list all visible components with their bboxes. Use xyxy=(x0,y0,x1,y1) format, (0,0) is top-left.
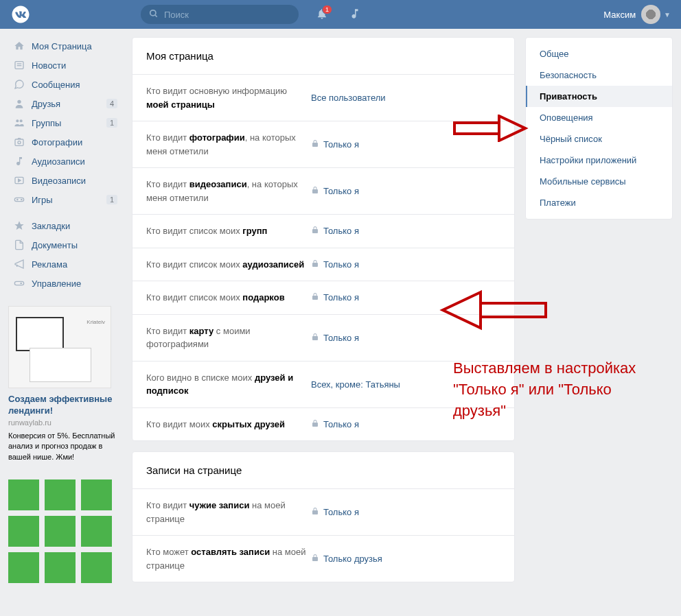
search-box[interactable] xyxy=(141,5,299,24)
friends-icon xyxy=(12,98,26,109)
nav-label: Документы xyxy=(32,240,78,250)
settings-tab[interactable]: Приватность xyxy=(526,86,672,107)
settings-tab[interactable]: Настройки приложений xyxy=(526,150,672,171)
nav-label: Новости xyxy=(32,60,66,71)
setting-row: Кто может оставлять записи на моей стран… xyxy=(132,535,514,582)
svg-point-6 xyxy=(16,119,19,122)
nav-item-audio[interactable]: Аудиозаписи xyxy=(8,152,122,170)
svg-rect-8 xyxy=(15,139,23,145)
nav-item-ad[interactable]: Реклама xyxy=(8,255,122,273)
msg-icon xyxy=(12,79,26,90)
setting-label: Кто может оставлять записи на моей стран… xyxy=(146,545,311,572)
vk-logo-icon[interactable] xyxy=(10,4,31,25)
settings-tab[interactable]: Безопасность xyxy=(526,64,672,86)
nav-item-manage[interactable]: Управление xyxy=(8,274,122,292)
setting-value[interactable]: Только я xyxy=(311,499,359,525)
setting-row: Кто видит список моих группТолько я xyxy=(132,214,514,248)
setting-value[interactable]: Все пользователи xyxy=(311,84,386,111)
home-icon xyxy=(12,40,26,51)
nav-label: Моя Страница xyxy=(32,41,92,51)
nav-item-games[interactable]: Игры1 xyxy=(8,191,122,209)
nav-item-friends[interactable]: Друзья4 xyxy=(8,95,122,112)
nav-count: 1 xyxy=(106,195,117,204)
nav-label: Группы xyxy=(32,118,61,128)
panel-wall-posts: Записи на странице Кто видит чужие запис… xyxy=(132,451,515,582)
sidebar: Моя СтраницаНовостиСообщенияДрузья4Групп… xyxy=(8,37,122,593)
setting-value[interactable]: Всех, кроме: Татьяны xyxy=(311,371,400,398)
settings-tab[interactable]: Оповещения xyxy=(526,107,672,128)
username: Максим xyxy=(603,10,636,20)
search-icon xyxy=(149,9,159,21)
video-icon xyxy=(12,175,26,186)
topbar: 1 Максим ▼ xyxy=(0,0,681,29)
avatar xyxy=(641,5,660,24)
lock-icon xyxy=(311,186,319,196)
settings-tab[interactable]: Платежи xyxy=(526,192,672,213)
ad-icon xyxy=(12,259,26,270)
nav-item-news[interactable]: Новости xyxy=(8,56,122,74)
nav-label: Закладки xyxy=(32,221,70,231)
svg-rect-15 xyxy=(454,123,499,134)
setting-label: Кто видит чужие записи на моей странице xyxy=(146,499,311,525)
nav-item-star[interactable]: Закладки xyxy=(8,217,122,235)
setting-value[interactable]: Только я xyxy=(311,178,359,204)
setting-label: Кто видит фотографии, на которых меня от… xyxy=(146,131,311,158)
panel-title: Записи на странице xyxy=(132,452,514,488)
lock-icon xyxy=(311,333,319,343)
nav-count: 1 xyxy=(106,118,117,128)
nav-label: Друзья xyxy=(32,99,60,109)
notif-badge: 1 xyxy=(322,5,332,14)
setting-value[interactable]: Только я xyxy=(311,224,359,238)
settings-tab[interactable]: Общее xyxy=(526,43,672,64)
settings-tab[interactable]: Мобильные сервисы xyxy=(526,171,672,192)
setting-label: Кто видит список моих подарков xyxy=(146,291,311,305)
nav-item-doc[interactable]: Документы xyxy=(8,236,122,254)
user-menu[interactable]: Максим ▼ xyxy=(603,5,671,24)
svg-point-11 xyxy=(21,199,22,200)
nav-item-groups[interactable]: Группы1 xyxy=(8,114,122,132)
setting-row: Кто видит видеозаписи, на которых меня о… xyxy=(132,167,514,214)
music-icon[interactable] xyxy=(349,8,361,22)
search-input[interactable] xyxy=(164,10,290,20)
lock-icon xyxy=(311,292,319,303)
nav-item-photo[interactable]: Фотографии xyxy=(8,133,122,151)
ad-block[interactable]: Kriateiv Создаем эффективные лендинги! r… xyxy=(8,306,122,462)
nav-item-home[interactable]: Моя Страница xyxy=(8,37,122,55)
nav-item-video[interactable]: Видеозаписи xyxy=(8,171,122,189)
groups-icon xyxy=(12,117,26,128)
nav-count: 4 xyxy=(106,99,117,108)
setting-value[interactable]: Только я xyxy=(311,258,359,272)
ad-domain: runwaylab.ru xyxy=(8,418,122,427)
doc-icon xyxy=(12,239,26,250)
svg-point-7 xyxy=(20,119,23,122)
setting-value[interactable]: Только я xyxy=(311,418,359,431)
setting-label: Кто видит основную информацию моей стран… xyxy=(146,84,311,111)
annotation-arrow-2 xyxy=(439,289,549,331)
setting-row: Кто видит основную информацию моей стран… xyxy=(132,74,514,121)
lock-icon xyxy=(311,507,319,517)
svg-point-5 xyxy=(17,100,21,104)
svg-rect-16 xyxy=(481,303,546,317)
ad-title: Создаем эффективные лендинги! xyxy=(8,394,122,417)
chevron-down-icon: ▼ xyxy=(664,11,671,19)
setting-value[interactable]: Только друзья xyxy=(311,545,382,572)
ad-text: Конверсия от 5%. Бесплатный анализ и про… xyxy=(8,431,122,462)
nav-item-msg[interactable]: Сообщения xyxy=(8,75,122,93)
lock-icon xyxy=(311,419,319,429)
lock-icon xyxy=(311,139,319,150)
news-icon xyxy=(12,60,26,71)
setting-value[interactable]: Только я xyxy=(311,324,359,351)
settings-tab[interactable]: Чёрный список xyxy=(526,128,672,150)
audio-icon xyxy=(12,156,26,167)
annotation-arrow-1 xyxy=(453,115,529,142)
setting-value[interactable]: Только я xyxy=(311,131,359,158)
nav-label: Реклама xyxy=(32,259,67,270)
ad-image: Kriateiv xyxy=(8,306,111,388)
svg-point-0 xyxy=(150,10,156,15)
nav-label: Фотографии xyxy=(32,137,82,147)
setting-value[interactable]: Только я xyxy=(311,291,359,305)
notifications-button[interactable]: 1 xyxy=(316,8,328,22)
manage-icon xyxy=(12,278,26,289)
nav-label: Видеозаписи xyxy=(32,176,86,186)
svg-point-14 xyxy=(21,283,21,283)
